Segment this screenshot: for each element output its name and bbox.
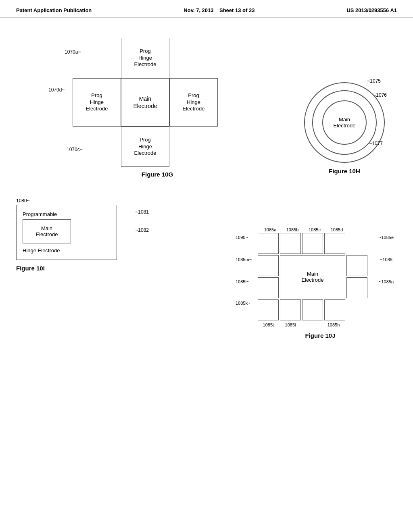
top-label-1085d: 1085d: [326, 227, 347, 232]
label-1085m: 1085m~: [236, 257, 252, 262]
page-content: 1070a~ 1072~ 1070d~ ~1070b 1070c~ ProgHi…: [0, 18, 413, 284]
label-1085e: ~1085e: [379, 235, 394, 240]
grid-cell-empty-r1c3: [169, 38, 218, 78]
grid-cell-empty-r1c1: [73, 38, 121, 78]
grid-r1c3: [302, 233, 323, 254]
grid-r4c3: [302, 299, 323, 320]
grid-r4c1: [258, 299, 279, 320]
bottom-label-1085i: 1085i: [280, 322, 301, 327]
top-label-1085a: 1085a: [260, 227, 281, 232]
figure-10j-area: 1085a 1085b 1085c 1085d 1090~ 1085m~ 108…: [236, 227, 405, 339]
label-1085l: 1085l~: [236, 279, 249, 284]
page-header: Patent Application Publication Nov. 7, 2…: [0, 0, 413, 18]
fig10j-grid-and-right: MainElectrode ~1085e ~108: [258, 233, 367, 320]
grid-cell-main: MainElectrode: [121, 78, 169, 127]
bottom-label-1085h: 1085h: [323, 322, 344, 327]
header-patent-number: US 2013/0293556 A1: [346, 7, 397, 13]
figure-10h-area: MainElectrode ~1075 ~1076 ~1077 Figure 1…: [288, 82, 401, 175]
grid-r1c4: [324, 233, 345, 254]
fig10j-grid: MainElectrode: [258, 233, 367, 320]
grid-r2c1: [258, 255, 279, 276]
electrode-grid-10g: ProgHingeElectrode ProgHingeElectrode Ma…: [73, 38, 242, 167]
label-1080: 1080~: [16, 198, 177, 204]
label-1077: ~1077: [369, 141, 383, 146]
grid-cell-empty-r3c1: [73, 127, 121, 167]
header-publication: Patent Application Publication: [16, 7, 92, 13]
grid-r3c5: [346, 277, 367, 298]
concentric-circles-10h: MainElectrode ~1075 ~1076 ~1077: [304, 82, 385, 163]
grid-r4c4: [324, 299, 345, 320]
figure-10h-title: Figure 10H: [288, 168, 401, 175]
label-1082: ~1082: [135, 227, 149, 233]
label-1085k: 1085k~: [236, 301, 250, 305]
fig10j-wrapper: 1085a 1085b 1085c 1085d 1090~ 1085m~ 108…: [236, 227, 405, 327]
label-1085f: ~1085f: [380, 257, 394, 262]
grid-r1c1: [258, 233, 279, 254]
grid-r1c2: [280, 233, 301, 254]
label-1076: ~1076: [373, 92, 387, 98]
label-1075: ~1075: [367, 78, 381, 84]
grid-r3c1: [258, 277, 279, 298]
figure-10g-area: 1070a~ 1072~ 1070d~ ~1070b 1070c~ ProgHi…: [40, 38, 242, 178]
fig10j-grid-with-labels: 1090~ 1085m~ 1085l~ 1085k~: [236, 233, 405, 322]
top-label-1085b: 1085b: [282, 227, 303, 232]
fig10j-top-labels: 1085a 1085b 1085c 1085d: [260, 227, 405, 232]
fig10i-hinge-label: Hinge Electrode: [23, 247, 111, 254]
grid-cell-empty-r3c3: [169, 127, 218, 167]
figure-10i-title: Figure 10I: [16, 265, 177, 272]
grid-cell-prog-bottom: ProgHingeElectrode: [121, 127, 169, 167]
bottom-label-1085j: 1085j: [258, 322, 279, 327]
grid-main-electrode: MainElectrode: [280, 255, 345, 298]
header-date-sheet: Nov. 7, 2013 Sheet 13 of 23: [184, 7, 254, 13]
figure-10i-area: 1080~ Programmable MainElectrode Hinge E…: [16, 198, 177, 272]
fig10i-programmable-label: Programmable: [23, 211, 111, 217]
grid-cell-prog-top: ProgHingeElectrode: [121, 38, 169, 78]
grid-r2c5: [346, 255, 367, 276]
fig10j-bottom-labels: 1085j 1085i 1085h: [258, 322, 405, 327]
circle-inner-main: MainElectrode: [322, 100, 367, 145]
fig10j-left-labels: 1090~ 1085m~ 1085l~ 1085k~: [236, 233, 258, 322]
figure-10j-title: Figure 10J: [236, 332, 405, 339]
grid-cell-prog-left: ProgHingeElectrode: [73, 78, 121, 127]
grid-r1c5-empty: [346, 233, 367, 254]
grid-r4c2: [280, 299, 301, 320]
label-1090: 1090~: [236, 235, 248, 240]
label-1070d: 1070d~: [48, 87, 65, 93]
grid-cell-prog-right: ProgHingeElectrode: [169, 78, 218, 127]
label-1085g: ~1085g: [379, 279, 394, 284]
figure-10g-title: Figure 10G: [73, 171, 242, 178]
fig10i-outer-box: Programmable MainElectrode Hinge Electro…: [16, 205, 117, 260]
fig10i-inner-box: MainElectrode: [23, 219, 71, 243]
grid-r4c5-empty: [346, 299, 367, 320]
top-label-1085c: 1085c: [304, 227, 325, 232]
label-1081: ~1081: [135, 209, 149, 215]
